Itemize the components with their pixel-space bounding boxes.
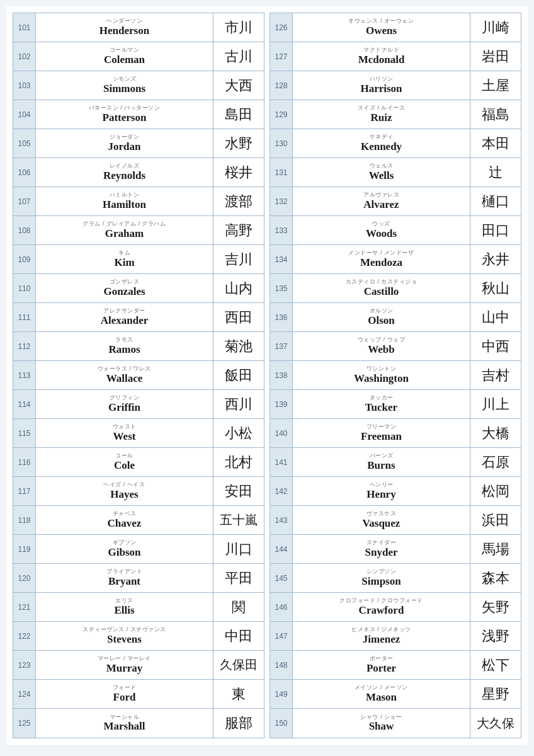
row-number: 148 bbox=[270, 651, 293, 679]
japanese-cell: 森本 bbox=[470, 564, 521, 592]
japanese-cell: 吉川 bbox=[213, 245, 264, 273]
english-cell: ヒメネス / ジメネッツJimenez bbox=[293, 622, 470, 650]
japanese-name: 大橋 bbox=[482, 424, 509, 443]
english-cell: アレクサンダーAlexander bbox=[36, 303, 213, 331]
row-number: 115 bbox=[13, 419, 36, 447]
japanese-name: 石原 bbox=[482, 453, 509, 472]
english-cell: フリーマンFreeman bbox=[293, 419, 470, 447]
japanese-name: 永井 bbox=[482, 250, 509, 269]
table-row: 116コールCole北村 bbox=[13, 448, 264, 477]
table-row: 131ウェルスWells辻 bbox=[270, 158, 521, 187]
english-name: Wallace bbox=[106, 372, 143, 385]
english-cell: スティーヴンス / ステヴァンスStevens bbox=[36, 622, 213, 650]
table-row: 107ハミルトンHamilton渡部 bbox=[13, 187, 264, 216]
row-number: 142 bbox=[270, 477, 293, 505]
english-cell: キムKim bbox=[36, 245, 213, 273]
row-number: 122 bbox=[13, 622, 36, 650]
english-cell: ウェルスWells bbox=[293, 158, 470, 186]
english-name: Murray bbox=[106, 662, 143, 675]
row-number: 145 bbox=[270, 564, 293, 592]
row-number: 123 bbox=[13, 651, 36, 679]
japanese-cell: 高野 bbox=[213, 216, 264, 244]
table-row: 143ヴァスケスVasquez浜田 bbox=[270, 506, 521, 535]
japanese-cell: 田口 bbox=[470, 216, 521, 244]
english-name: Gonzales bbox=[103, 285, 145, 298]
table-row: 111アレクサンダーAlexander西田 bbox=[13, 303, 264, 332]
japanese-name: 大久保 bbox=[477, 715, 514, 732]
english-name: Stevens bbox=[107, 633, 142, 646]
kana-label: マーシャル bbox=[110, 714, 140, 721]
english-name: Reynolds bbox=[103, 169, 145, 182]
english-cell: スイズ / ルイースRuiz bbox=[293, 100, 470, 129]
english-name: Woods bbox=[366, 227, 397, 240]
table-row: 110ゴンザレスGonzales山内 bbox=[13, 274, 264, 303]
right-column: 126オウェンス / オーウェンOwens川崎127マクドナルドMcdonald… bbox=[270, 13, 521, 738]
english-name: Coleman bbox=[104, 54, 145, 66]
english-cell: オルソンOlson bbox=[293, 303, 470, 331]
table-row: 125マーシャルMarshall服部 bbox=[13, 709, 264, 738]
english-cell: ジョーダンJordan bbox=[36, 129, 213, 158]
row-number: 120 bbox=[13, 564, 36, 592]
kana-label: レイノルズ bbox=[110, 163, 140, 169]
japanese-name: 中田 bbox=[225, 627, 253, 646]
kana-label: ヘンリー bbox=[370, 481, 394, 488]
japanese-name: 水野 bbox=[225, 134, 253, 153]
english-cell: ブライアントBryant bbox=[36, 564, 213, 592]
japanese-name: 森本 bbox=[482, 569, 509, 588]
english-name: West bbox=[113, 430, 136, 443]
english-cell: ヘンリーHenry bbox=[293, 477, 470, 505]
kana-label: ハミルトン bbox=[110, 192, 140, 198]
japanese-name: 岩田 bbox=[482, 47, 509, 66]
kana-label: ポーター bbox=[370, 655, 394, 662]
english-cell: スナイダーSnyder bbox=[293, 535, 470, 563]
japanese-name: 桜井 bbox=[225, 163, 253, 182]
japanese-cell: 馬場 bbox=[470, 535, 521, 563]
row-number: 107 bbox=[13, 187, 36, 215]
japanese-name: 西田 bbox=[225, 308, 253, 327]
english-name: Ruiz bbox=[371, 112, 392, 124]
japanese-cell: 矢野 bbox=[470, 593, 521, 621]
japanese-name: 関 bbox=[232, 598, 246, 617]
english-name: Griffin bbox=[108, 401, 140, 414]
english-name: Patterson bbox=[103, 112, 147, 124]
japanese-name: 馬場 bbox=[482, 540, 509, 559]
japanese-cell: 大久保 bbox=[470, 709, 521, 738]
kana-label: グラム / グレイアム / グラハム bbox=[82, 220, 166, 227]
japanese-cell: 松岡 bbox=[470, 477, 521, 505]
kana-label: バーンズ bbox=[370, 452, 394, 459]
english-name: Marshall bbox=[103, 720, 145, 733]
row-number: 113 bbox=[13, 361, 36, 389]
table-row: 103シモンズSimmons大西 bbox=[13, 71, 264, 100]
table-row: 140フリーマンFreeman大橋 bbox=[270, 419, 521, 448]
japanese-name: 星野 bbox=[482, 685, 509, 704]
row-number: 147 bbox=[270, 622, 293, 650]
english-cell: ヘイズ / ヘイスHayes bbox=[36, 477, 213, 505]
table-row: 130ケネディKennedy本田 bbox=[270, 129, 521, 158]
page: 101ヘンダーソンHenderson市川102コールマンColeman古川103… bbox=[6, 6, 528, 745]
kana-label: ヒメネス / ジメネッツ bbox=[351, 626, 411, 633]
kana-label: コールマン bbox=[110, 47, 140, 54]
japanese-cell: 川口 bbox=[213, 535, 264, 563]
japanese-cell: 小松 bbox=[213, 419, 264, 447]
english-cell: アルヴァレスAlvarez bbox=[293, 187, 470, 215]
kana-label: メンドーサ / メンドーザ bbox=[348, 249, 414, 256]
kana-label: ヘイズ / ヘイス bbox=[103, 481, 145, 488]
japanese-name: 山中 bbox=[482, 308, 509, 327]
table-row: 128ハリソンHarrison土屋 bbox=[270, 71, 521, 100]
english-name: Tucker bbox=[365, 401, 397, 414]
japanese-cell: 北村 bbox=[213, 448, 264, 476]
table-row: 117ヘイズ / ヘイスHayes安田 bbox=[13, 477, 264, 506]
japanese-name: 平田 bbox=[225, 569, 253, 588]
japanese-cell: 樋口 bbox=[470, 187, 521, 215]
japanese-name: 飯田 bbox=[225, 366, 253, 385]
kana-label: ウッズ bbox=[372, 220, 390, 227]
english-cell: バーンズBurns bbox=[293, 448, 470, 476]
kana-label: ウェッブ / ウェブ bbox=[358, 336, 406, 343]
row-number: 112 bbox=[13, 332, 36, 360]
japanese-cell: 石原 bbox=[470, 448, 521, 476]
table-row: 119ギブソンGibson川口 bbox=[13, 535, 264, 564]
japanese-cell: 関 bbox=[213, 593, 264, 621]
table-row: 123マーレー / マーレイMurray久保田 bbox=[13, 651, 264, 680]
kana-label: チャベス bbox=[113, 510, 137, 517]
english-name: Kim bbox=[114, 256, 134, 269]
